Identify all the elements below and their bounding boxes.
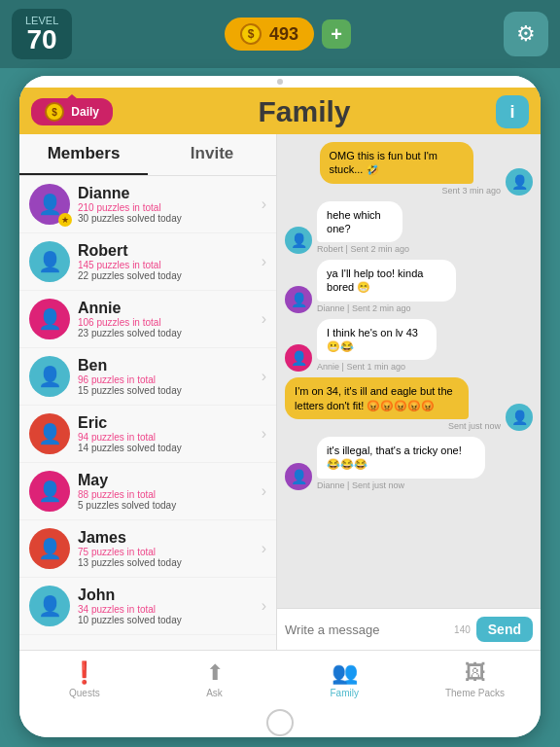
chevron-icon: › [262, 482, 266, 500]
coin-amount: 493 [269, 24, 298, 45]
chat-message-row: 👤 hehe which one? Robert | Sent 2 min ag… [285, 201, 533, 255]
member-name: James [78, 529, 262, 547]
chat-sender: Annie [317, 362, 339, 372]
member-row[interactable]: 👤 Annie 106 puzzles in total 23 puzzles … [19, 291, 276, 348]
device-notch [19, 76, 541, 88]
chat-sender: Robert [317, 244, 343, 254]
chevron-icon: › [262, 253, 266, 270]
tab-invite[interactable]: Invite [148, 134, 276, 175]
nav-label: Theme Packs [445, 688, 505, 698]
member-puzzles: 94 puzzles in total [78, 432, 262, 443]
chat-message-row: 👤 ya I'll help too! kinda bored 😁 Dianne… [285, 260, 533, 313]
chat-avatar: 👤 [506, 404, 533, 431]
nav-icon: ❗ [71, 660, 97, 686]
member-row[interactable]: 👤 May 88 puzzles in total 5 puzzles solv… [19, 463, 276, 520]
chat-meta: Dianne | Sent just now [317, 480, 515, 490]
member-info: Ben 96 puzzles in total 15 puzzles solve… [78, 357, 262, 396]
level-box: Level 70 [12, 9, 72, 59]
daily-coin-icon: $ [45, 102, 64, 122]
chevron-icon: › [262, 425, 266, 443]
members-list: 👤 ★ Dianne 210 puzzles in total 30 puzzl… [19, 176, 276, 650]
split-pane: Members Invite 👤 ★ Dianne 210 puzzles in… [19, 134, 541, 650]
member-name: Dianne [78, 185, 262, 202]
member-solved: 10 puzzles solved today [78, 615, 262, 625]
chat-avatar: 👤 [285, 227, 312, 254]
nav-item-ask[interactable]: ⬆ Ask [186, 660, 244, 698]
nav-label: Family [331, 688, 359, 698]
chat-bubble: it's illegal, that's a tricky one! 😂😂😂 [317, 437, 485, 479]
member-row[interactable]: 👤 James 75 puzzles in total 13 puzzles s… [19, 520, 276, 578]
member-info: Robert 145 puzzles in total 22 puzzles s… [78, 242, 262, 281]
member-name: Ben [78, 357, 262, 374]
chat-meta: Annie | Sent 1 min ago [317, 362, 458, 372]
member-puzzles: 96 puzzles in total [78, 374, 262, 385]
chat-messages: 👤 OMG this is fun but I'm stuck... 🤣 Sen… [277, 134, 541, 608]
nav-item-family[interactable]: 👥 Family [315, 660, 373, 698]
chat-sender: Dianne [317, 480, 345, 490]
member-info: Eric 94 puzzles in total 14 puzzles solv… [78, 414, 262, 453]
member-puzzles: 88 puzzles in total [78, 489, 262, 500]
tab-members[interactable]: Members [19, 134, 148, 175]
bottom-nav: ❗ Quests ⬆ Ask 👥 Family 🖼 Theme Packs [19, 650, 541, 708]
member-name: John [78, 587, 262, 604]
info-button[interactable]: i [496, 95, 529, 128]
member-avatar: 👤 [29, 586, 70, 626]
chat-message-row: 👤 I'm on 34, it's ill and eagle but the … [285, 377, 533, 431]
message-input[interactable] [285, 622, 448, 637]
chat-meta: Sent 3 min ago [320, 186, 501, 196]
chat-bubble: I think he's on lv 43 😬😂 [317, 319, 437, 361]
member-row[interactable]: 👤 Robert 145 puzzles in total 22 puzzles… [19, 233, 276, 291]
member-row[interactable]: 👤 Eric 94 puzzles in total 14 puzzles so… [19, 406, 276, 463]
member-solved: 22 puzzles solved today [78, 270, 262, 281]
member-solved: 5 puzzles solved today [78, 500, 262, 511]
coin-area: $ 493 + [225, 18, 351, 51]
chevron-icon: › [262, 368, 266, 385]
daily-badge: $ Daily [31, 98, 113, 125]
level-number: 70 [25, 26, 58, 53]
member-avatar: 👤 [29, 528, 70, 569]
member-puzzles: 106 puzzles in total [78, 317, 262, 328]
member-puzzles: 75 puzzles in total [78, 547, 262, 557]
send-button[interactable]: Send [476, 617, 533, 642]
notch-dot [277, 79, 283, 85]
member-solved: 15 puzzles solved today [78, 385, 262, 396]
group-title: Family [113, 95, 496, 128]
chat-message-row: 👤 OMG this is fun but I'm stuck... 🤣 Sen… [285, 142, 533, 196]
star-icon: ★ [58, 213, 72, 227]
chat-meta: Dianne | Sent 2 min ago [317, 303, 480, 313]
coin-icon: $ [240, 23, 262, 45]
chevron-icon: › [262, 196, 266, 213]
nav-label: Quests [69, 688, 100, 698]
coin-badge: $ 493 [225, 18, 314, 51]
home-button-area [19, 708, 541, 737]
member-puzzles: 145 puzzles in total [78, 260, 262, 270]
chat-message-row: 👤 it's illegal, that's a tricky one! 😂😂😂… [285, 437, 533, 490]
member-solved: 23 puzzles solved today [78, 328, 262, 338]
member-info: John 34 puzzles in total 10 puzzles solv… [78, 587, 262, 625]
member-row[interactable]: 👤 John 34 puzzles in total 10 puzzles so… [19, 578, 276, 635]
member-avatar: 👤 [29, 471, 70, 512]
member-avatar: 👤 [29, 413, 70, 454]
chat-sender: Dianne [317, 303, 345, 313]
nav-item-quests[interactable]: ❗ Quests [55, 660, 114, 698]
member-info: Annie 106 puzzles in total 23 puzzles so… [78, 300, 262, 338]
member-row[interactable]: 👤 Ben 96 puzzles in total 15 puzzles sol… [19, 348, 276, 406]
chat-bubble: I'm on 34, it's ill and eagle but the le… [285, 377, 469, 419]
top-bar: Level 70 $ 493 + ⚙ [0, 0, 560, 68]
chat-input-area: 140 Send [277, 608, 541, 650]
chat-avatar: 👤 [285, 286, 312, 313]
member-info: May 88 puzzles in total 5 puzzles solved… [78, 472, 262, 511]
member-row[interactable]: 👤 ★ Dianne 210 puzzles in total 30 puzzl… [19, 176, 276, 233]
nav-icon: 🖼 [465, 660, 486, 686]
tab-bar: Members Invite [19, 134, 276, 176]
member-name: Eric [78, 414, 262, 432]
chat-bubble: OMG this is fun but I'm stuck... 🤣 [320, 142, 474, 184]
member-avatar: 👤 [29, 356, 70, 397]
nav-item-theme-packs[interactable]: 🖼 Theme Packs [445, 660, 505, 698]
member-solved: 30 puzzles solved today [78, 213, 262, 224]
char-count: 140 [454, 624, 471, 635]
chat-message-row: 👤 I think he's on lv 43 😬😂 Annie | Sent … [285, 319, 533, 373]
add-coins-button[interactable]: + [322, 19, 351, 49]
settings-button[interactable]: ⚙ [504, 12, 548, 56]
home-button[interactable] [266, 709, 294, 736]
